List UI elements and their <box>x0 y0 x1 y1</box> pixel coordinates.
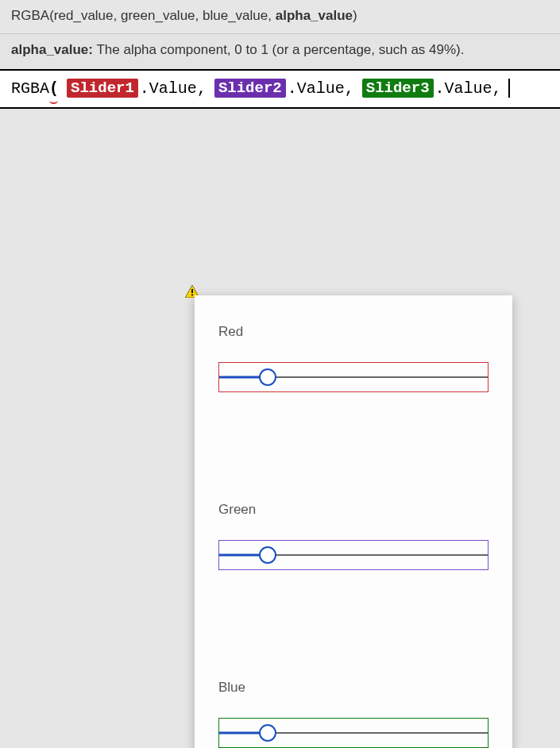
svg-rect-1 <box>191 289 193 293</box>
slider-label-blue: Blue <box>218 680 489 696</box>
slider2[interactable] <box>218 540 489 570</box>
text-cursor <box>508 79 510 98</box>
slider-group-green: Green <box>218 502 489 570</box>
arg1-suffix: .Value <box>288 79 345 98</box>
slider-label-red: Red <box>218 324 489 340</box>
trailing-comma: , <box>492 79 502 98</box>
sig-param-1: green_value <box>121 8 195 23</box>
arg2-suffix: .Value <box>435 79 492 98</box>
slider3[interactable] <box>218 718 489 748</box>
slider-label-green: Green <box>218 502 489 518</box>
arg0-suffix: .Value <box>140 79 197 98</box>
slider2-thumb[interactable] <box>259 546 276 564</box>
intellisense-description: alpha_value: The alpha component, 0 to 1… <box>0 34 560 71</box>
sig-param-3-active: alpha_value <box>276 8 353 23</box>
slider1[interactable] <box>218 362 489 392</box>
formula-fn: RGBA <box>11 79 49 98</box>
slider-group-red: Red <box>218 324 489 392</box>
chip-slider1[interactable]: Slider1 <box>67 79 138 98</box>
chip-slider3[interactable]: Slider3 <box>362 79 434 98</box>
formula-bar[interactable]: RGBA( Slider1.Value, Slider2.Value, Slid… <box>0 71 560 109</box>
slider1-thumb[interactable] <box>259 368 276 386</box>
sig-param-2: blue_value <box>203 8 268 23</box>
desc-text: The alpha component, 0 to 1 (or a percen… <box>93 42 464 57</box>
canvas-area[interactable]: Red Green Blue <box>0 109 560 748</box>
open-paren: ( <box>49 79 59 98</box>
desc-param-name: alpha_value: <box>11 42 93 57</box>
svg-rect-2 <box>191 295 193 296</box>
chip-slider2[interactable]: Slider2 <box>214 79 286 98</box>
slider-group-blue: Blue <box>218 680 489 748</box>
sig-param-0: red_value <box>54 8 114 23</box>
preview-card[interactable]: Red Green Blue <box>195 295 512 748</box>
slider3-thumb[interactable] <box>259 724 276 742</box>
signature-fn: RGBA <box>11 8 49 23</box>
intellisense-signature: RGBA(red_value, green_value, blue_value,… <box>0 0 560 34</box>
